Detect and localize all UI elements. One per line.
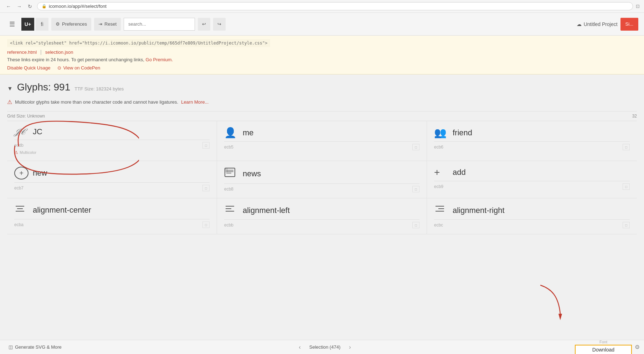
menu-button[interactable]: ☰ bbox=[6, 18, 19, 31]
forward-button[interactable]: → bbox=[15, 2, 24, 11]
preferences-button[interactable]: ⚙ Preferences bbox=[51, 18, 91, 31]
bottom-right: Font Download ⚙ bbox=[429, 340, 644, 351]
quick-links: Disable Quick Usage ⊙ View on CodePen bbox=[7, 65, 637, 71]
selection-json-link[interactable]: selection.json bbox=[45, 50, 73, 55]
alignment-right-code: ecbc bbox=[434, 223, 443, 228]
preferences-gear-icon: ⚙ bbox=[56, 21, 60, 27]
glyph-cell-news[interactable]: news ecb8 □ bbox=[217, 161, 427, 198]
main-content: <link rel="stylesheet" href="https://i.i… bbox=[0, 36, 644, 340]
glyph-footer-jc: ecdb □ bbox=[14, 140, 210, 149]
fi-button[interactable]: fi bbox=[36, 18, 48, 31]
glyph-footer-news: ecb8 □ bbox=[224, 183, 419, 192]
glyph-cell-jc[interactable]: 𝒥𝒞 JC ecdb □ ⚠ Multicolor bbox=[7, 121, 217, 161]
me-code: ecb5 bbox=[224, 145, 233, 150]
add-icon: + bbox=[434, 167, 448, 178]
friend-name: friend bbox=[453, 128, 472, 137]
prev-page-button[interactable]: ‹ bbox=[296, 343, 303, 351]
glyphs-title: Glyphs: 991 bbox=[17, 82, 70, 93]
reload-button[interactable]: ↻ bbox=[26, 2, 34, 11]
alignment-center-copy-button[interactable]: □ bbox=[202, 222, 210, 228]
glyph-cell-add[interactable]: + add ecb9 □ bbox=[427, 161, 637, 198]
browser-right-icons: ⊡ bbox=[636, 4, 640, 9]
add-copy-button[interactable]: □ bbox=[623, 183, 630, 190]
glyph-main-jc: 𝒥𝒞 JC bbox=[14, 127, 210, 137]
add-code: ecb9 bbox=[434, 184, 443, 189]
glyphs-section: ▼ Glyphs: 991 TTF Size: 182324 bytes ⚠ M… bbox=[0, 74, 644, 234]
reset-button[interactable]: ⇥ Reset bbox=[94, 18, 121, 31]
app-toolbar: ☰ U+ fi ⚙ Preferences ⇥ Reset ↩ ↪ ☁ Unti… bbox=[0, 13, 644, 36]
download-button[interactable]: Download bbox=[575, 345, 632, 351]
glyph-cell-new[interactable]: + new ecb7 □ bbox=[7, 161, 217, 198]
jc-code: ecdb bbox=[14, 143, 24, 148]
collapse-button[interactable]: ▼ bbox=[7, 85, 13, 92]
reset-icon: ⇥ bbox=[98, 21, 102, 27]
new-icon: + bbox=[14, 167, 29, 179]
news-copy-button[interactable]: □ bbox=[412, 186, 419, 192]
news-icon bbox=[224, 167, 238, 181]
next-page-button[interactable]: › bbox=[346, 343, 354, 351]
glyph-main-new: + new bbox=[14, 167, 210, 179]
undo-button[interactable]: ↩ bbox=[198, 18, 210, 31]
download-settings-button[interactable]: ⚙ bbox=[633, 342, 641, 350]
grid-size-label: Grid Size: Unknown bbox=[7, 114, 45, 119]
generate-svg-button[interactable]: ◫ Generate SVG & More bbox=[6, 343, 65, 350]
css-link-code: <link rel="stylesheet" href="https://i.i… bbox=[7, 39, 270, 47]
ttf-size-label: TTF Size: 182324 bytes bbox=[74, 86, 124, 92]
new-copy-button[interactable]: □ bbox=[202, 185, 210, 191]
project-name-display: ☁ Untitled Project bbox=[577, 21, 618, 27]
grid-number: 32 bbox=[632, 114, 637, 119]
glyph-footer-alignment-center: ecba □ bbox=[14, 219, 210, 228]
address-bar[interactable]: 🔒 icomoon.io/app/#/select/font bbox=[37, 2, 633, 10]
reference-links: reference.html | selection.json bbox=[7, 49, 637, 55]
glyph-main-add: + add bbox=[434, 167, 630, 178]
disable-quick-usage-link[interactable]: Disable Quick Usage bbox=[7, 65, 50, 71]
alignment-right-copy-button[interactable]: □ bbox=[623, 222, 630, 228]
grid-size-bar: Grid Size: Unknown 32 bbox=[7, 111, 637, 121]
glyph-footer-alignment-left: ecbb □ bbox=[224, 219, 419, 228]
selection-label: Selection (474) bbox=[309, 344, 340, 350]
glyph-cell-alignment-left[interactable]: alignment-left ecbb □ bbox=[217, 198, 427, 234]
view-codepen-link[interactable]: ⊙ View on CodePen bbox=[57, 65, 100, 71]
generate-icon: ◫ bbox=[9, 344, 13, 350]
glyph-main-alignment-right: alignment-right bbox=[434, 204, 630, 217]
font-label: Font bbox=[599, 340, 607, 344]
glyph-footer-me: ecb5 □ bbox=[224, 141, 419, 150]
alignment-right-icon bbox=[434, 204, 448, 217]
glyph-main-me: 👤 me bbox=[224, 127, 419, 139]
lock-icon: 🔒 bbox=[42, 4, 47, 9]
unicode-plus-button[interactable]: U+ bbox=[21, 18, 34, 31]
codepen-icon: ⊙ bbox=[57, 65, 61, 71]
back-button[interactable]: ← bbox=[4, 2, 13, 11]
go-premium-link[interactable]: Go Premium. bbox=[146, 57, 173, 62]
learn-more-link[interactable]: Learn More... bbox=[181, 99, 208, 105]
multicolor-warning: ⚠ Multicolor glyphs take more than one c… bbox=[7, 99, 637, 105]
icon-type-buttons: U+ fi bbox=[21, 18, 48, 31]
alignment-center-code: ecba bbox=[14, 222, 24, 227]
redo-button[interactable]: ↪ bbox=[213, 18, 226, 31]
friend-copy-button[interactable]: □ bbox=[623, 144, 630, 150]
cloud-icon: ☁ bbox=[577, 21, 582, 27]
alignment-center-name: alignment-center bbox=[33, 205, 91, 215]
info-bar: <link rel="stylesheet" href="https://i.i… bbox=[0, 36, 644, 74]
jc-icon: 𝒥𝒞 bbox=[14, 127, 29, 137]
expire-notice: These links expire in 24 hours. To get p… bbox=[7, 57, 637, 62]
jc-copy-button[interactable]: □ bbox=[202, 142, 210, 149]
reference-html-link[interactable]: reference.html bbox=[7, 50, 37, 55]
extension-icon: ⊡ bbox=[636, 4, 640, 9]
sign-in-button[interactable]: Si... bbox=[620, 18, 638, 31]
browser-nav-buttons: ← → ↻ bbox=[4, 2, 34, 11]
alignment-left-copy-button[interactable]: □ bbox=[412, 222, 419, 228]
glyph-cell-alignment-right[interactable]: alignment-right ecbc □ bbox=[427, 198, 637, 234]
glyph-cell-friend[interactable]: 👥 friend ecb6 □ bbox=[427, 121, 637, 161]
glyph-main-alignment-left: alignment-left bbox=[224, 204, 419, 217]
glyph-cell-alignment-center[interactable]: alignment-center ecba □ bbox=[7, 198, 217, 234]
multicolor-badge-icon: ⚠ bbox=[14, 150, 18, 155]
new-name: new bbox=[33, 168, 47, 178]
alignment-center-icon bbox=[14, 204, 29, 216]
me-copy-button[interactable]: □ bbox=[412, 144, 419, 150]
svg-marker-14 bbox=[558, 314, 562, 320]
search-input[interactable] bbox=[124, 18, 195, 31]
multicolor-badge: ⚠ Multicolor bbox=[14, 150, 210, 155]
glyph-cell-me[interactable]: 👤 me ecb5 □ bbox=[217, 121, 427, 161]
url-text: icomoon.io/app/#/select/font bbox=[49, 4, 107, 9]
